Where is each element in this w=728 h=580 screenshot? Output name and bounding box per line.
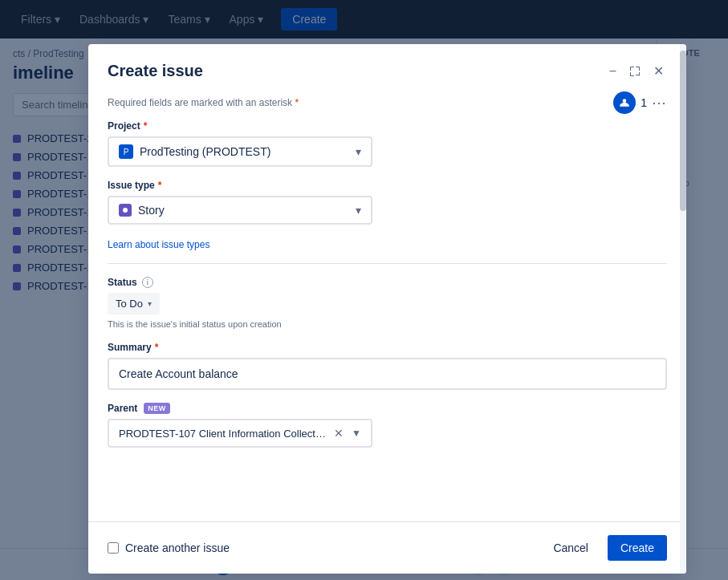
project-select[interactable]: P ProdTesting (PRODTEST) bbox=[108, 136, 372, 167]
footer-buttons: Cancel Create bbox=[540, 535, 667, 561]
svg-point-1 bbox=[123, 208, 128, 213]
parent-chevron-icon: ▼ bbox=[352, 428, 361, 439]
modal-scrollbar[interactable] bbox=[680, 44, 686, 574]
status-note: This is the issue's initial status upon … bbox=[108, 319, 667, 329]
create-button[interactable]: Create bbox=[608, 535, 667, 561]
modal-header: Create issue − ✕ bbox=[88, 44, 686, 82]
new-badge: NEW bbox=[144, 403, 170, 414]
status-button[interactable]: To Do bbox=[108, 293, 160, 314]
issue-type-label: Issue type * bbox=[108, 180, 667, 191]
issue-type-field: Issue type * Story bbox=[108, 180, 667, 225]
expand-button[interactable] bbox=[626, 63, 644, 80]
create-another-label[interactable]: Create another issue bbox=[108, 541, 230, 554]
parent-field: Parent NEW PRODTEST-107 Client Informati… bbox=[108, 403, 667, 448]
watcher-count: 1 bbox=[641, 96, 647, 109]
summary-input[interactable] bbox=[108, 358, 667, 390]
parent-select[interactable]: PRODTEST-107 Client Information Collecti… bbox=[108, 419, 372, 448]
summary-field: Summary * bbox=[108, 342, 667, 390]
status-info-icon[interactable]: i bbox=[142, 277, 153, 288]
status-label: Status i bbox=[108, 277, 667, 288]
minimize-button[interactable]: − bbox=[606, 61, 620, 82]
modal-header-actions: − ✕ bbox=[606, 60, 667, 82]
create-another-checkbox[interactable] bbox=[108, 542, 119, 554]
close-button[interactable]: ✕ bbox=[650, 60, 667, 82]
scrollbar-thumb bbox=[680, 51, 686, 211]
watcher-avatar bbox=[613, 91, 636, 114]
project-field: Project * P ProdTesting (PRODTEST) bbox=[108, 120, 667, 167]
modal-body: Project * P ProdTesting (PRODTEST) Issue… bbox=[88, 120, 686, 521]
parent-label-row: Parent NEW bbox=[108, 403, 667, 414]
clear-parent-button[interactable]: ✕ bbox=[332, 427, 345, 440]
watchers-area: 1 ⋯ bbox=[613, 91, 667, 114]
status-field: Status i To Do This is the issue's initi… bbox=[108, 277, 667, 329]
divider bbox=[108, 263, 667, 264]
project-label: Project * bbox=[108, 120, 667, 132]
issue-type-icon bbox=[119, 204, 132, 217]
parent-select-value: PRODTEST-107 Client Information Collecti… bbox=[119, 428, 326, 440]
project-icon: P bbox=[119, 144, 133, 159]
more-options-button[interactable]: ⋯ bbox=[652, 94, 667, 112]
modal-title: Create issue bbox=[108, 62, 203, 80]
modal-footer: Create another issue Cancel Create bbox=[88, 521, 686, 574]
summary-label: Summary * bbox=[108, 342, 667, 353]
create-issue-modal: Create issue − ✕ Required fields are mar… bbox=[88, 44, 686, 574]
svg-point-0 bbox=[623, 99, 627, 103]
learn-about-issue-types-link[interactable]: Learn about issue types bbox=[108, 239, 209, 250]
issue-type-select[interactable]: Story bbox=[108, 196, 372, 225]
required-note-row: Required fields are marked with an aster… bbox=[88, 82, 686, 120]
parent-label: Parent bbox=[108, 403, 137, 414]
learn-link-container: Learn about issue types bbox=[108, 237, 667, 250]
cancel-button[interactable]: Cancel bbox=[540, 535, 601, 561]
